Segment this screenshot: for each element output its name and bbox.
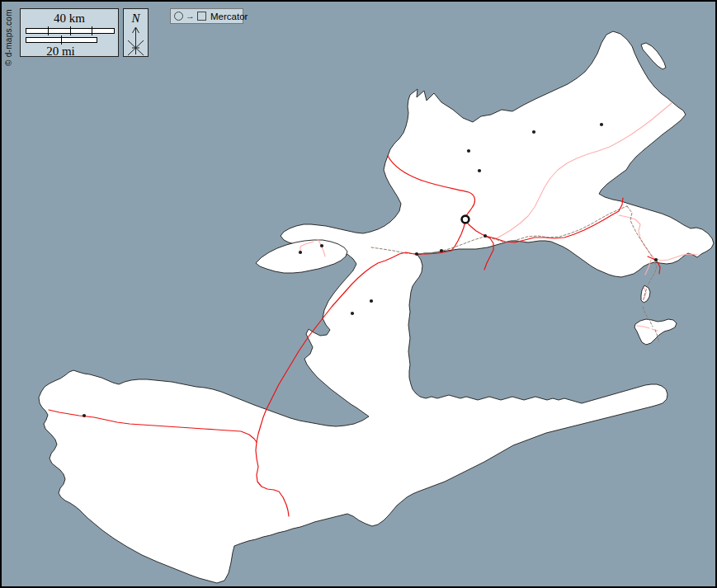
- city-dot: [478, 169, 481, 172]
- scale-tick: [70, 26, 71, 35]
- scale-tick: [61, 35, 62, 45]
- city-dot: [654, 258, 658, 261]
- city-dot: [467, 149, 470, 153]
- projection-box: → Mercator: [170, 8, 243, 24]
- city-dot: [370, 299, 373, 303]
- copyright-text: © d-maps.com: [4, 9, 13, 66]
- compass-rose-icon: [124, 25, 148, 56]
- island-northwest: [256, 240, 347, 273]
- city-dot: [351, 312, 354, 315]
- projection-circle-icon: [174, 12, 183, 21]
- north-label: N: [124, 12, 148, 25]
- city-dot: [600, 123, 603, 126]
- projection-label: Mercator: [209, 12, 248, 21]
- map-canvas: .: [2, 2, 717, 588]
- city-dot: [532, 130, 535, 134]
- city-dot: [299, 251, 302, 254]
- scale-box: 40 km 20 mi: [20, 8, 119, 57]
- city-dot: [83, 414, 86, 417]
- city-dot: [320, 244, 323, 247]
- projection-arrow-icon: →: [186, 12, 195, 20]
- capital-marker: [462, 216, 469, 223]
- scale-bar-mi: [26, 37, 97, 43]
- city-dot: [484, 234, 487, 238]
- city-dot: [440, 249, 443, 252]
- scale-tick: [92, 26, 92, 35]
- projection-square-icon: [197, 12, 206, 21]
- city-dot: [415, 252, 418, 256]
- scale-label-km: 40 km: [21, 12, 118, 25]
- compass-box: N: [123, 8, 149, 57]
- scale-tick: [48, 26, 49, 35]
- landmass-main: [39, 31, 714, 583]
- map-page: . 40 km 20 mi N → Mercator: [0, 0, 717, 588]
- scale-label-mi: 20 mi: [21, 45, 101, 58]
- island-sliver: [641, 43, 666, 69]
- scale-bar-km: [26, 28, 115, 34]
